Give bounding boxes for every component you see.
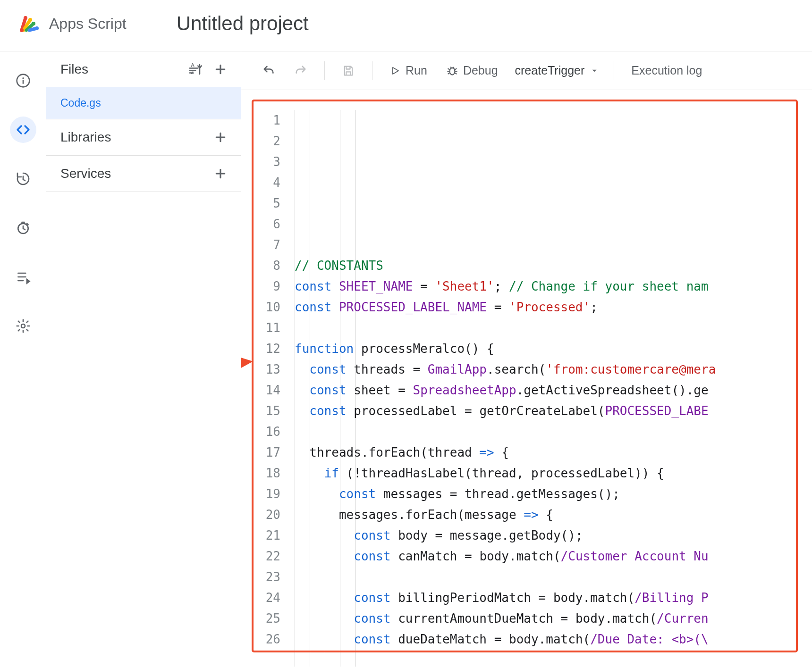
code-line[interactable]: const sheet = SpreadsheetApp.getActiveSp… [295,380,812,401]
function-select[interactable]: createTrigger [510,60,604,81]
rail-executions-button[interactable] [10,264,36,290]
line-number: 19 [241,484,280,504]
rail-overview-button[interactable] [10,67,36,94]
code-line[interactable]: const SHEET_NAME = 'Sheet1'; // Change i… [295,276,812,297]
svg-point-9 [21,324,25,328]
rail-triggers-button[interactable] [10,215,36,241]
rail-editor-button[interactable] [10,117,36,143]
code-editor[interactable]: 1234567891011121314151617181920212223242… [241,90,812,667]
line-number: 21 [241,525,280,546]
execution-log-label: Execution log [631,64,702,77]
svg-point-0 [20,28,24,32]
line-number: 16 [241,421,280,442]
redo-button[interactable] [288,60,314,81]
project-title[interactable]: Untitled project [177,12,309,35]
run-button[interactable]: Run [383,60,434,81]
code-line[interactable]: const processedLabel = getOrCreateLabel(… [295,401,812,421]
svg-point-4 [35,26,39,30]
code-line[interactable] [295,650,812,667]
apps-script-logo [15,10,42,37]
line-number: 8 [241,255,280,276]
editor-main: Run Debug createTrigger Execution log 12… [241,51,812,667]
header: Apps Script Untitled project [0,0,812,51]
code-line[interactable]: const threads = GmailApp.search('from:cu… [295,359,812,380]
sort-icon[interactable]: AZ [188,62,202,76]
code-line[interactable]: messages.forEach(message => { [295,504,812,525]
code-line[interactable]: function processMeralco() { [295,338,812,359]
svg-point-12 [449,67,455,75]
file-item-code-gs[interactable]: Code.gs [46,87,241,119]
code-line[interactable]: const body = message.getBody(); [295,525,812,546]
code-line[interactable] [295,421,812,442]
toolbar-separator [372,61,372,80]
svg-point-3 [32,22,35,25]
debug-label: Debug [463,64,498,77]
editor-toolbar: Run Debug createTrigger Execution log [241,51,812,90]
services-section-header: Services [46,156,241,192]
code-line[interactable]: if (!threadHasLabel(thread, processedLab… [295,463,812,484]
services-label: Services [60,166,111,181]
code-line[interactable]: const currentAmountDueMatch = body.match… [295,608,812,629]
code-line[interactable] [295,317,812,338]
line-number: 9 [241,276,280,297]
rail-history-button[interactable] [10,166,36,192]
code-line[interactable]: threads.forEach(thread => { [295,442,812,463]
svg-point-6 [22,77,24,79]
toolbar-separator [614,61,614,80]
code-line[interactable]: const dueDateMatch = body.match(/Due Dat… [295,629,812,650]
toolbar-separator [324,61,325,80]
app-name: Apps Script [49,15,127,33]
code-line[interactable]: const billingPeriodMatch = body.match(/B… [295,587,812,608]
line-number: 5 [241,193,280,214]
add-service-icon[interactable] [213,167,228,181]
line-number: 10 [241,297,280,317]
debug-button[interactable]: Debug [440,60,505,81]
svg-point-2 [28,18,32,22]
code-line[interactable]: const messages = thread.getMessages(); [295,484,812,504]
code-line[interactable]: const PROCESSED_LABEL_NAME = 'Processed'… [295,297,812,317]
line-number: 25 [241,608,280,629]
line-number: 23 [241,567,280,587]
code-line[interactable] [295,567,812,587]
save-button[interactable] [335,60,362,81]
files-label: Files [60,62,88,77]
chevron-down-icon [590,67,599,75]
line-number: 22 [241,546,280,567]
svg-point-1 [24,16,27,20]
svg-rect-7 [22,80,24,84]
code-line[interactable]: const canMatch = body.match(/Customer Ac… [295,546,812,567]
undo-button[interactable] [255,60,282,81]
svg-text:Z: Z [191,69,194,75]
code-content[interactable]: // CONSTANTSconst SHEET_NAME = 'Sheet1';… [286,110,812,667]
line-number: 26 [241,629,280,650]
svg-text:A: A [191,62,195,68]
libraries-section-header: Libraries [46,119,241,155]
line-number: 4 [241,172,280,193]
libraries-label: Libraries [60,130,111,145]
add-library-icon[interactable] [213,130,228,144]
line-number: 3 [241,151,280,172]
line-number: 2 [241,131,280,151]
execution-log-button[interactable]: Execution log [625,60,709,81]
left-rail [0,51,46,667]
function-selected-label: createTrigger [515,64,585,77]
line-number: 20 [241,504,280,525]
line-number: 15 [241,401,280,421]
line-number: 6 [241,214,280,234]
line-number: 24 [241,587,280,608]
line-number: 1 [241,110,280,131]
files-section-header: Files AZ [46,51,241,87]
line-number: 17 [241,442,280,463]
line-number: 7 [241,234,280,255]
line-number: 18 [241,463,280,484]
rail-settings-button[interactable] [10,313,36,339]
add-file-icon[interactable] [213,62,228,76]
line-number: 11 [241,317,280,338]
code-line[interactable]: // CONSTANTS [295,255,812,276]
run-label: Run [406,64,427,77]
annotation-arrow [241,340,255,389]
files-sidebar: Files AZ Code.gs Libraries [46,51,241,667]
